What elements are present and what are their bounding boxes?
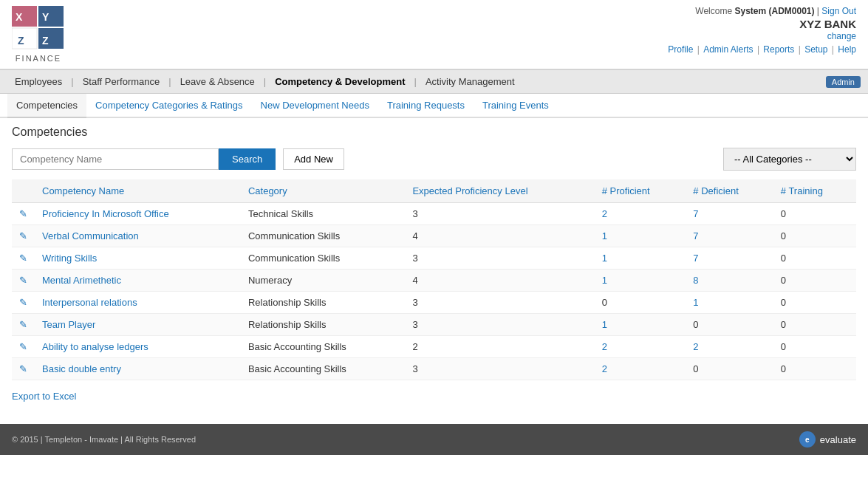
proficient-link[interactable]: 1	[602, 230, 607, 241]
export-to-excel-link[interactable]: Export to Excel	[12, 391, 856, 402]
category-cell: Communication Skills	[241, 247, 406, 270]
deficient-link[interactable]: 1	[693, 297, 698, 308]
expected-proficiency-cell: 3	[405, 358, 594, 380]
deficient-cell: 8	[686, 270, 773, 292]
tab-new-development-needs[interactable]: New Development Needs	[252, 94, 378, 118]
competency-name-link[interactable]: Ability to analyse ledgers	[42, 341, 148, 352]
help-link[interactable]: Help	[838, 44, 856, 55]
col-category: Category	[241, 179, 406, 203]
tab-training-requests[interactable]: Training Requests	[378, 94, 474, 118]
deficient-cell: 7	[686, 247, 773, 270]
competency-name-link[interactable]: Writing Skills	[42, 253, 97, 264]
edit-icon[interactable]: ✎	[19, 297, 27, 308]
col-deficient: # Deficient	[686, 179, 773, 203]
edit-icon[interactable]: ✎	[19, 341, 27, 352]
setup-link[interactable]: Setup	[804, 44, 827, 55]
nav-activity-management[interactable]: Activity Management	[418, 70, 522, 93]
competency-name-link[interactable]: Basic double entry	[42, 363, 121, 374]
expected-proficiency-cell: 4	[405, 225, 594, 247]
table-row: ✎Team PlayerRelationship Skills3100	[12, 314, 856, 336]
training-cell: 0	[773, 358, 856, 380]
category-cell: Relationship Skills	[241, 314, 406, 336]
svg-text:Y: Y	[42, 11, 49, 23]
tab-training-events[interactable]: Training Events	[474, 94, 558, 118]
svg-text:Z: Z	[18, 35, 24, 47]
tab-competency-categories-ratings[interactable]: Competency Categories & Ratings	[86, 94, 251, 118]
proficient-link[interactable]: 2	[602, 208, 607, 219]
competency-name-cell: Ability to analyse ledgers	[35, 336, 241, 358]
edit-icon[interactable]: ✎	[19, 363, 27, 374]
svg-text:X: X	[16, 11, 23, 23]
proficient-cell: 2	[595, 358, 686, 380]
search-bar: Search Add New -- All Categories --	[12, 148, 856, 171]
logo-area: X Y Z Z FINANCE	[12, 6, 65, 63]
edit-icon[interactable]: ✎	[19, 208, 27, 219]
nav-employees[interactable]: Employees	[7, 70, 69, 93]
expected-proficiency-cell: 2	[405, 336, 594, 358]
competency-name-cell: Writing Skills	[35, 247, 241, 270]
nav-staff-performance[interactable]: Staff Performance	[75, 70, 168, 93]
edit-icon[interactable]: ✎	[19, 230, 27, 241]
footer: © 2015 | Templeton - Imavate | All Right…	[0, 424, 868, 455]
competency-name-link[interactable]: Team Player	[42, 319, 95, 330]
tab-competencies[interactable]: Competencies	[7, 94, 86, 118]
edit-icon[interactable]: ✎	[19, 253, 27, 264]
competency-name-cell: Interpersonal relations	[35, 292, 241, 314]
category-cell: Basic Accounting Skills	[241, 358, 406, 380]
sign-out-link[interactable]: Sign Out	[821, 6, 856, 16]
search-input[interactable]	[12, 148, 219, 170]
table-header-row: Competency Name Category Expected Profic…	[12, 179, 856, 203]
deficient-link[interactable]: 7	[693, 208, 698, 219]
proficient-link[interactable]: 1	[602, 319, 607, 330]
top-nav: Profile | Admin Alerts | Reports | Setup…	[668, 44, 856, 55]
svg-text:Z: Z	[42, 35, 49, 47]
proficient-link[interactable]: 1	[602, 275, 607, 286]
edit-cell: ✎	[12, 314, 35, 336]
competency-name-link[interactable]: Interpersonal relations	[42, 297, 137, 308]
table-row: ✎Mental ArimetheticNumeracy4180	[12, 270, 856, 292]
proficient-link[interactable]: 1	[602, 253, 607, 264]
category-cell: Numeracy	[241, 270, 406, 292]
admin-alerts-link[interactable]: Admin Alerts	[703, 44, 753, 55]
welcome-text: Welcome	[695, 6, 732, 16]
expected-proficiency-cell: 3	[405, 203, 594, 225]
proficient-cell: 1	[595, 270, 686, 292]
nav-competency-development[interactable]: Competency & Development	[267, 70, 412, 93]
deficient-link[interactable]: 7	[693, 230, 698, 241]
expected-proficiency-cell: 4	[405, 270, 594, 292]
reports-link[interactable]: Reports	[763, 44, 794, 55]
deficient-link[interactable]: 2	[693, 341, 698, 352]
training-cell: 0	[773, 270, 856, 292]
competency-name-link[interactable]: Proficiency In Microsoft Office	[42, 208, 169, 219]
edit-cell: ✎	[12, 203, 35, 225]
deficient-link[interactable]: 7	[693, 253, 698, 264]
competency-name-link[interactable]: Verbal Communication	[42, 230, 139, 241]
competency-name-cell: Mental Arimethetic	[35, 270, 241, 292]
competency-name-link[interactable]: Mental Arimethetic	[42, 275, 121, 286]
edit-icon[interactable]: ✎	[19, 275, 27, 286]
training-cell: 0	[773, 225, 856, 247]
nav-leave-absence[interactable]: Leave & Absence	[173, 70, 262, 93]
edit-cell: ✎	[12, 336, 35, 358]
proficient-link[interactable]: 2	[602, 341, 607, 352]
col-training: # Training	[773, 179, 856, 203]
deficient-link[interactable]: 8	[693, 275, 698, 286]
change-link[interactable]: change	[827, 31, 856, 41]
evaluate-icon: e	[799, 431, 816, 448]
proficient-link[interactable]: 2	[602, 363, 607, 374]
deficient-cell: 2	[686, 336, 773, 358]
table-row: ✎Verbal CommunicationCommunication Skill…	[12, 225, 856, 247]
profile-link[interactable]: Profile	[668, 44, 693, 55]
competencies-table: Competency Name Category Expected Profic…	[12, 179, 856, 380]
proficient-cell: 1	[595, 247, 686, 270]
top-right: Welcome System (ADM0001) | Sign Out XYZ …	[668, 6, 856, 55]
edit-cell: ✎	[12, 292, 35, 314]
category-cell: Basic Accounting Skills	[241, 336, 406, 358]
top-bar: X Y Z Z FINANCE Welcome System (ADM0001)…	[0, 0, 868, 69]
add-new-button[interactable]: Add New	[283, 148, 344, 170]
footer-brand-name: evaluate	[820, 434, 856, 445]
category-select[interactable]: -- All Categories --	[723, 148, 856, 171]
edit-icon[interactable]: ✎	[19, 319, 27, 330]
expected-proficiency-cell: 3	[405, 314, 594, 336]
search-button[interactable]: Search	[219, 148, 276, 170]
